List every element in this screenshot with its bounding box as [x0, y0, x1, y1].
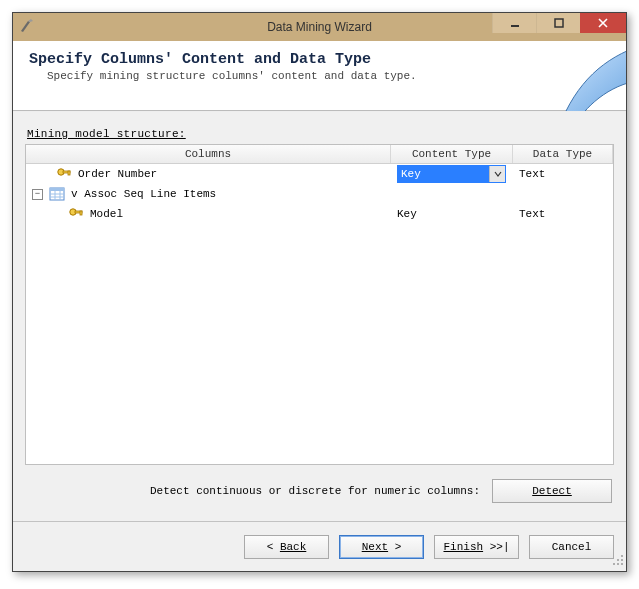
app-icon — [19, 18, 35, 37]
chevron-down-icon — [489, 166, 505, 182]
wizard-footer: < Back Next > Finish >>| Cancel — [13, 521, 626, 571]
wizard-graphic-icon — [536, 41, 626, 111]
row-name: v Assoc Seq Line Items — [71, 188, 216, 200]
row-name: Order Number — [78, 168, 157, 180]
title-bar: Data Mining Wizard — [13, 13, 626, 41]
back-button[interactable]: < Back — [244, 535, 329, 559]
svg-rect-6 — [50, 188, 64, 191]
content-type-select[interactable]: Key — [397, 165, 506, 183]
svg-rect-0 — [511, 25, 519, 27]
svg-point-16 — [621, 559, 623, 561]
next-button[interactable]: Next > — [339, 535, 424, 559]
svg-point-19 — [621, 563, 623, 565]
svg-rect-4 — [68, 171, 70, 175]
table-row[interactable]: − v Assoc Seq Line Items — [26, 184, 613, 204]
row-name: Model — [90, 208, 123, 220]
detect-button[interactable]: Detect — [492, 479, 612, 503]
detect-hint: Detect continuous or discrete for numeri… — [150, 485, 480, 497]
content-type-cell[interactable]: Key — [391, 208, 513, 220]
minimize-button[interactable] — [492, 13, 536, 33]
svg-point-14 — [621, 555, 623, 557]
cancel-button[interactable]: Cancel — [529, 535, 614, 559]
grid-header-columns[interactable]: Columns — [26, 145, 391, 163]
wizard-header: Specify Columns' Content and Data Type S… — [13, 41, 626, 111]
content-type-value: Key — [401, 168, 421, 180]
page-subheading: Specify mining structure columns' conten… — [47, 70, 610, 82]
svg-point-18 — [617, 563, 619, 565]
table-row[interactable]: Model Key Text — [26, 204, 613, 224]
finish-button[interactable]: Finish >>| — [434, 535, 519, 559]
close-button[interactable] — [580, 13, 626, 33]
grid-header: Columns Content Type Data Type — [26, 145, 613, 164]
svg-point-15 — [617, 559, 619, 561]
key-column-icon — [68, 206, 84, 222]
page-heading: Specify Columns' Content and Data Type — [29, 51, 610, 68]
grid-header-data-type[interactable]: Data Type — [513, 145, 613, 163]
svg-rect-13 — [80, 211, 82, 215]
resize-grip-icon[interactable] — [612, 554, 624, 569]
svg-rect-1 — [555, 19, 563, 27]
key-column-icon — [56, 166, 72, 182]
detect-button-label: Detect — [532, 485, 572, 497]
maximize-button[interactable] — [536, 13, 580, 33]
nested-table-icon — [49, 186, 65, 202]
data-type-cell[interactable]: Text — [513, 208, 613, 220]
data-type-cell[interactable]: Text — [513, 168, 613, 180]
grid-header-content-type[interactable]: Content Type — [391, 145, 513, 163]
svg-point-17 — [613, 563, 615, 565]
collapse-toggle[interactable]: − — [32, 189, 43, 200]
structure-grid: Columns Content Type Data Type Order Num… — [25, 144, 614, 465]
table-row[interactable]: Order Number Key Text — [26, 164, 613, 184]
section-label: Mining model structure: — [27, 128, 614, 140]
